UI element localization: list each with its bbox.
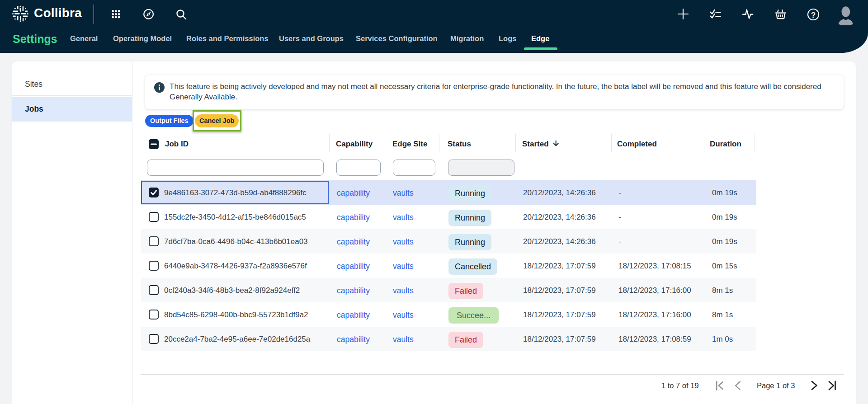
svg-text:?: ? [811, 11, 816, 19]
